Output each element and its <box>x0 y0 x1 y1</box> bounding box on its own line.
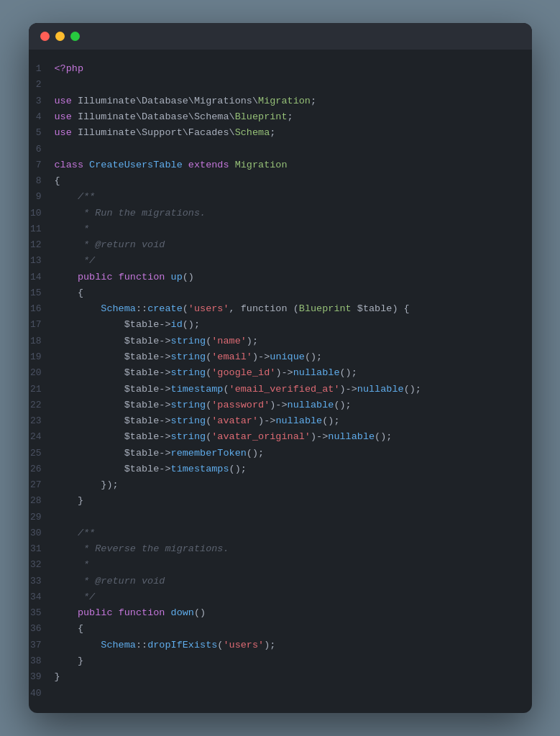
code-line: 11 * <box>29 221 532 237</box>
code-token: $table <box>55 431 160 442</box>
code-token: )-> <box>270 400 287 410</box>
code-token: */ <box>55 255 96 266</box>
line-number: 39 <box>29 669 55 684</box>
line-number: 36 <box>29 621 55 636</box>
code-token: ; <box>288 111 293 122</box>
line-code: use Illuminate\Database\Migrations\Migra… <box>55 93 518 109</box>
code-line: 30 /** <box>29 525 532 541</box>
code-token: -> <box>159 415 170 426</box>
code-token: )-> <box>275 367 293 378</box>
code-token: rememberToken <box>171 448 247 459</box>
code-line: 1<?php <box>29 61 532 77</box>
line-code: } <box>55 653 518 669</box>
minimize-button[interactable] <box>55 32 65 41</box>
code-token: (); <box>340 367 357 378</box>
code-token: ); <box>264 640 275 650</box>
code-token: -> <box>159 367 170 378</box>
code-token: ( <box>223 384 229 395</box>
code-token: (); <box>229 464 247 474</box>
code-token: up <box>171 272 183 282</box>
line-number: 5 <box>29 125 55 140</box>
code-token: (); <box>183 319 200 330</box>
line-code: $table->timestamp('email_verified_at')->… <box>55 382 518 397</box>
code-token: extends <box>188 160 235 170</box>
code-line: 38 } <box>29 653 532 669</box>
line-code: $table->string('avatar')->nullable(); <box>55 413 518 429</box>
code-token: nullable <box>328 431 375 442</box>
line-number: 8 <box>29 173 55 188</box>
code-token: -> <box>159 400 170 410</box>
code-token: -> <box>159 351 170 362</box>
code-line: 31 * Reverse the migrations. <box>29 541 532 557</box>
line-number: 13 <box>29 253 55 268</box>
code-line: 6 <box>29 142 532 157</box>
code-line: 9 /** <box>29 189 532 205</box>
line-number: 32 <box>29 557 55 572</box>
code-line: 2 <box>29 77 532 93</box>
code-token: * <box>55 559 90 570</box>
code-line: 12 * @return void <box>29 237 532 253</box>
line-code: } <box>55 669 518 685</box>
close-button[interactable] <box>40 32 50 41</box>
line-number: 34 <box>29 589 55 604</box>
code-token: Illuminate\Support\Facades\ <box>78 127 235 138</box>
line-code: Schema::dropIfExists('users'); <box>55 638 518 653</box>
code-line: 36 { <box>29 621 532 637</box>
line-number: 6 <box>29 142 55 157</box>
code-token: string <box>171 415 206 426</box>
code-line: 20 $table->string('google_id')->nullable… <box>29 365 532 381</box>
code-token: (); <box>247 448 264 459</box>
code-token: Migration <box>235 160 288 170</box>
code-token: nullable <box>275 415 322 426</box>
code-token: create <box>147 303 183 314</box>
code-line: 27 }); <box>29 477 532 493</box>
code-token: { <box>55 623 84 634</box>
code-token: * <box>55 224 90 234</box>
line-code: * @return void <box>55 574 518 589</box>
code-line: 16 Schema::create('users', function (Blu… <box>29 301 532 317</box>
code-token: :: <box>136 303 147 314</box>
code-token: timestamps <box>171 464 229 474</box>
maximize-button[interactable] <box>70 32 80 41</box>
code-token: $table) { <box>352 303 410 314</box>
code-token: { <box>55 288 84 298</box>
line-number: 3 <box>29 93 55 109</box>
line-code <box>55 686 518 702</box>
code-token: unique <box>270 351 305 362</box>
code-token: * @return void <box>55 239 165 250</box>
code-token: $table <box>55 351 160 362</box>
code-token: $table <box>55 448 160 459</box>
line-code: { <box>55 621 518 637</box>
code-token: $table <box>55 400 160 410</box>
line-number: 9 <box>29 189 55 204</box>
line-number: 2 <box>29 77 55 92</box>
code-token: use <box>55 127 78 138</box>
code-token: use <box>55 111 78 122</box>
code-token: nullable <box>293 367 340 378</box>
code-token: } <box>55 671 60 682</box>
line-number: 31 <box>29 541 55 556</box>
line-code: $table->string('password')->nullable(); <box>55 397 518 413</box>
code-token: * Run the migrations. <box>55 208 206 218</box>
line-number: 7 <box>29 157 55 172</box>
code-token: string <box>171 431 206 442</box>
code-token: * Reverse the migrations. <box>55 543 229 554</box>
code-line: 37 Schema::dropIfExists('users'); <box>29 638 532 653</box>
line-code: $table->string('google_id')->nullable(); <box>55 365 518 381</box>
code-token: 'avatar_original' <box>211 431 311 442</box>
line-code: */ <box>55 589 518 605</box>
code-line: 40 <box>29 686 532 702</box>
line-number: 19 <box>29 349 55 364</box>
line-code: * <box>55 221 518 237</box>
code-line: 13 */ <box>29 253 532 269</box>
code-token: Blueprint <box>299 303 352 314</box>
code-token: Blueprint <box>235 111 288 122</box>
code-token: ; <box>311 96 316 106</box>
code-token: )-> <box>258 415 275 426</box>
code-token: nullable <box>357 384 404 395</box>
code-token: )-> <box>340 384 357 395</box>
code-token: 'email_verified_at' <box>229 384 340 395</box>
code-area: 1<?php2 3use Illuminate\Database\Migrati… <box>29 50 532 713</box>
code-token: 'avatar' <box>211 415 258 426</box>
line-code: * @return void <box>55 237 518 253</box>
